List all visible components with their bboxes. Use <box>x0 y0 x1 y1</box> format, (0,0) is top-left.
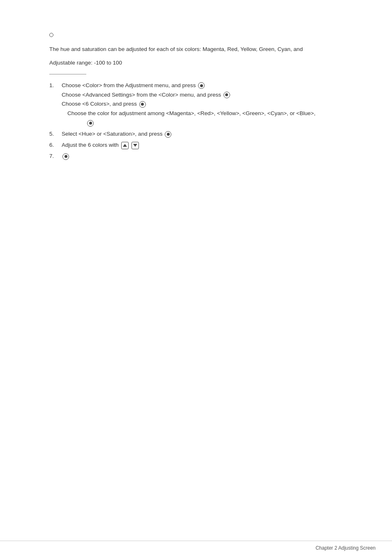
footer: Chapter 2 Adjusting Screen <box>0 541 392 555</box>
section-divider <box>49 74 86 74</box>
step-6-text: Adjust the 6 colors with <box>62 142 139 148</box>
press-icon-1 <box>198 82 205 89</box>
section-bullet <box>49 33 53 37</box>
step-6: 6. Adjust the 6 colors with <box>49 141 343 150</box>
step-6-content: Adjust the 6 colors with <box>62 141 343 150</box>
step-1-number: 1. <box>49 81 62 128</box>
step-6-number: 6. <box>49 141 62 150</box>
step-7-number: 7. <box>49 152 62 161</box>
press-icon-4 <box>87 120 94 127</box>
step-1-line-1: Choose <Color> from the Adjustment menu,… <box>62 81 343 90</box>
triangle-up-icon <box>121 142 129 149</box>
step-5-number: 5. <box>49 130 62 139</box>
step-5-text: Select <Hue> or <Saturation>, and press <box>62 131 171 137</box>
step-5-content: Select <Hue> or <Saturation>, and press <box>62 130 343 139</box>
steps-list: 1. Choose <Color> from the Adjustment me… <box>49 81 343 162</box>
press-icon-3 <box>139 101 146 108</box>
press-icon-2 <box>224 92 230 98</box>
press-icon-7 <box>62 153 69 160</box>
footer-chapter-text: Chapter 2 Adjusting Screen <box>316 545 376 551</box>
page-container: The hue and saturation can be adjusted f… <box>0 0 392 196</box>
step-1-line-2: Choose <Advanced Settings> from the <Col… <box>62 90 343 100</box>
press-icon-5 <box>165 131 171 138</box>
adjustable-range-text: Adjustable range: -100 to 100 <box>49 60 343 66</box>
step-5: 5. Select <Hue> or <Saturation>, and pre… <box>49 130 343 139</box>
step-1-line-3: Choose <6 Colors>, and press <box>62 99 343 109</box>
step-1-line-5-icon <box>62 118 343 128</box>
step-1-content: Choose <Color> from the Adjustment menu,… <box>62 81 343 128</box>
step-7: 7. <box>49 152 343 161</box>
intro-text: The hue and saturation can be adjusted f… <box>49 45 343 54</box>
step-7-content <box>62 152 343 161</box>
step-1-line-4: Choose the color for adjustment among <M… <box>62 109 343 118</box>
step-1: 1. Choose <Color> from the Adjustment me… <box>49 81 343 128</box>
triangle-down-icon <box>131 142 139 149</box>
